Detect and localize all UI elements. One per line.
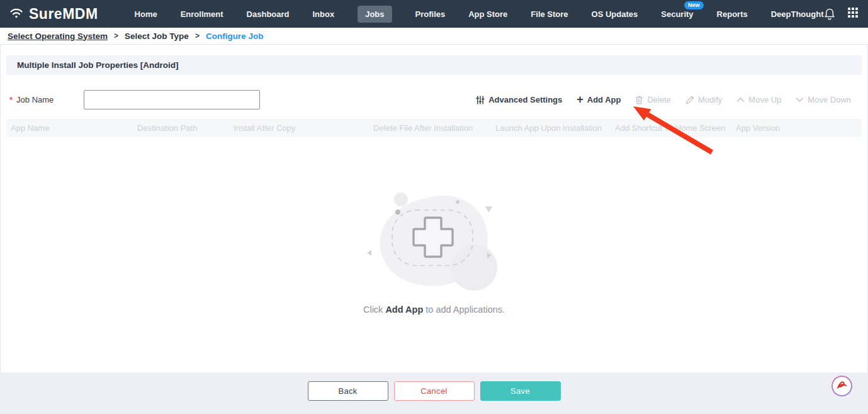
brand-name: SureMDM <box>29 6 98 23</box>
nav-item-deepthought[interactable]: DeepThought <box>771 9 824 19</box>
pdf-help-button[interactable] <box>831 376 852 396</box>
empty-state-text: Click Add App to add Applications. <box>363 305 505 315</box>
page-title: Multiple Install Job Properties [Android… <box>6 55 862 75</box>
main-nav: Home Enrollment Dashboard Inbox Jobs Pro… <box>135 6 824 23</box>
breadcrumb-select-job-type[interactable]: Select Job Type <box>125 31 189 41</box>
chevron-up-icon <box>736 97 745 103</box>
column-app-version: App Version <box>736 123 862 133</box>
add-app-button[interactable]: + Add App <box>577 95 621 105</box>
add-app-illustration <box>362 179 507 293</box>
column-destination-path: Destination Path <box>137 123 234 133</box>
footer-bar: Back Cancel Save <box>0 372 868 414</box>
column-launch-app-upon-installation: Launch App Upon Installation <box>495 123 615 133</box>
job-name-label: * Job Name <box>9 95 54 104</box>
main-content: Multiple Install Job Properties [Android… <box>0 45 868 372</box>
move-down-button[interactable]: Move Down <box>796 95 851 104</box>
brand-logo[interactable]: SureMDM <box>9 6 98 23</box>
apps-grid-icon[interactable] <box>847 8 859 20</box>
nav-item-jobs[interactable]: Jobs <box>358 6 392 23</box>
pencil-icon <box>685 96 694 104</box>
required-asterisk: * <box>9 95 13 104</box>
nav-item-dashboard[interactable]: Dashboard <box>247 9 290 19</box>
app-table-header: App Name Destination Path Install After … <box>6 119 862 137</box>
nav-item-reports[interactable]: Reports <box>717 9 748 19</box>
nav-item-inbox[interactable]: Inbox <box>313 9 335 19</box>
wifi-logo-icon <box>9 6 24 22</box>
modify-button[interactable]: Modify <box>685 95 722 104</box>
job-name-row: * Job Name Advanced Settings + Add App <box>9 90 851 109</box>
navbar-icon-group <box>823 8 868 20</box>
nav-item-app-store[interactable]: App Store <box>468 9 507 19</box>
nav-item-security[interactable]: Security New <box>661 9 693 19</box>
nav-item-home[interactable]: Home <box>135 9 157 19</box>
nav-item-os-updates[interactable]: OS Updates <box>592 9 638 19</box>
breadcrumb-separator-icon: > <box>195 31 200 40</box>
sliders-icon <box>476 96 485 104</box>
delete-button[interactable]: Delete <box>635 95 671 104</box>
save-button[interactable]: Save <box>480 381 561 401</box>
back-button[interactable]: Back <box>308 381 388 401</box>
breadcrumb-select-os[interactable]: Select Operating System <box>8 31 108 41</box>
new-badge: New <box>684 1 704 9</box>
job-name-input[interactable] <box>84 90 260 109</box>
nav-item-file-store[interactable]: File Store <box>531 9 568 19</box>
bell-icon[interactable] <box>823 8 836 20</box>
cancel-button[interactable]: Cancel <box>394 381 475 401</box>
acrobat-pdf-icon <box>836 379 848 393</box>
breadcrumb-configure-job[interactable]: Configure Job <box>206 31 264 41</box>
empty-state: Click Add App to add Applications. <box>1 179 867 315</box>
nav-item-enrollment[interactable]: Enrollment <box>181 9 223 19</box>
nav-item-profiles[interactable]: Profiles <box>415 9 446 19</box>
breadcrumb: Select Operating System > Select Job Typ… <box>0 28 868 45</box>
column-delete-file-after-installation: Delete File After Installation <box>373 123 495 133</box>
breadcrumb-separator-icon: > <box>114 31 118 40</box>
job-toolbar: Advanced Settings + Add App Delete <box>476 95 851 105</box>
move-up-button[interactable]: Move Up <box>736 95 781 104</box>
chevron-down-icon <box>796 97 804 103</box>
trash-icon <box>635 96 643 104</box>
column-app-name: App Name <box>11 123 137 133</box>
top-navbar: SureMDM Home Enrollment Dashboard Inbox … <box>0 0 868 28</box>
column-install-after-copy: Install After Copy <box>234 123 373 133</box>
column-add-shortcut-to-home-screen: Add Shortcut To Home Screen <box>615 123 736 133</box>
plus-icon: + <box>577 94 583 105</box>
advanced-settings-button[interactable]: Advanced Settings <box>476 95 562 104</box>
